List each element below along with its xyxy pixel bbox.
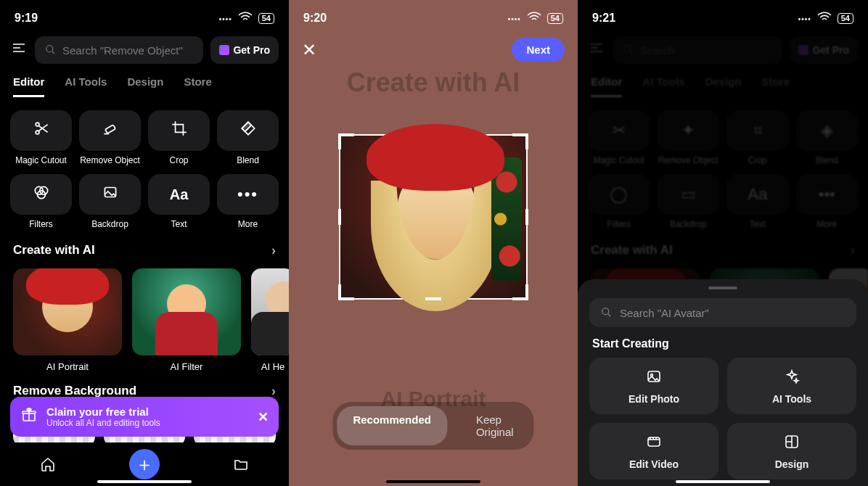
- get-pro-label: Get Pro: [233, 44, 270, 56]
- home-indicator[interactable]: [386, 480, 480, 483]
- seg-recommended[interactable]: Recommended: [337, 406, 447, 445]
- svg-point-11: [602, 308, 609, 314]
- seg-keep-original[interactable]: Keep Original: [460, 406, 530, 445]
- card-label: AI Tools: [772, 393, 811, 405]
- trial-banner[interactable]: Claim your free trial Unlock all AI and …: [10, 397, 279, 437]
- sheet-search-input[interactable]: Search "AI Avatar": [589, 298, 856, 327]
- home-indicator[interactable]: [676, 480, 770, 483]
- card-edit-photo[interactable]: Edit Photo: [589, 358, 718, 414]
- tool-backdrop[interactable]: Backdrop: [79, 174, 141, 229]
- crop-handle[interactable]: [338, 133, 341, 149]
- status-bar: 9:21 54: [578, 0, 868, 29]
- tab-ai-tools[interactable]: AI Tools: [65, 75, 107, 97]
- crop-handle[interactable]: [338, 209, 341, 225]
- cell-dots-icon: [508, 13, 521, 24]
- crop-mode-segment: Recommended Keep Original: [332, 402, 533, 450]
- thumbnail: [132, 268, 241, 355]
- chevron-right-icon: ›: [271, 243, 276, 258]
- status-right: 54: [219, 9, 274, 28]
- home-indicator[interactable]: [97, 480, 192, 483]
- card-label: AI Filter: [132, 361, 241, 372]
- tool-magic-cutout[interactable]: Magic Cutout: [10, 110, 72, 165]
- crop-icon: [170, 119, 189, 142]
- tool-blend[interactable]: Blend: [217, 110, 279, 165]
- create-ai-header[interactable]: Create with AI ›: [0, 237, 289, 264]
- tool-label: Magic Cutout: [10, 155, 72, 165]
- sheet-title: Start Creating: [592, 337, 853, 350]
- wifi-icon: [525, 9, 543, 28]
- wifi-icon: [237, 9, 254, 28]
- sparkle-icon: [783, 368, 801, 389]
- close-icon[interactable]: ✕: [258, 409, 269, 425]
- card-edit-video[interactable]: Edit Video: [589, 423, 718, 479]
- crop-handle[interactable]: [425, 133, 441, 136]
- crop-handle[interactable]: [525, 284, 528, 300]
- tab-design[interactable]: Design: [127, 75, 163, 97]
- sheet-search-placeholder: Search "AI Avatar": [620, 307, 709, 319]
- card-label: AI He: [251, 361, 289, 372]
- ghost-heading: Create with AI: [289, 67, 578, 98]
- tool-more[interactable]: ••• More: [217, 174, 279, 229]
- banner-subtitle: Unlock all AI and editing tools: [46, 418, 249, 428]
- card-label: Edit Photo: [629, 393, 679, 405]
- tab-editor[interactable]: Editor: [13, 75, 44, 97]
- nav-add[interactable]: ＋: [129, 449, 160, 479]
- tool-crop[interactable]: Crop: [148, 110, 210, 165]
- tool-text[interactable]: Aa Text: [148, 174, 210, 229]
- crop-handle[interactable]: [525, 209, 528, 225]
- section-title: Create with AI: [13, 243, 95, 258]
- svg-point-2: [36, 131, 39, 134]
- crop-handle[interactable]: [338, 284, 341, 300]
- menu-icon[interactable]: [10, 39, 28, 61]
- filters-icon: [32, 183, 51, 206]
- tool-label: Crop: [148, 155, 210, 165]
- tool-filters[interactable]: Filters: [10, 174, 72, 229]
- crop-handle[interactable]: [525, 133, 528, 149]
- edit-photo-icon: [645, 368, 663, 389]
- battery-icon: 54: [258, 13, 274, 24]
- text-icon: Aa: [170, 186, 189, 203]
- nav-folder[interactable]: [226, 450, 255, 479]
- search-input[interactable]: Search "Remove Object": [35, 36, 203, 64]
- crop-handle[interactable]: [425, 297, 441, 300]
- card-ai-filter[interactable]: AI Filter: [132, 268, 241, 372]
- crop-frame[interactable]: [339, 134, 528, 300]
- cell-dots-icon: [219, 13, 232, 24]
- chevron-right-icon: ›: [271, 384, 276, 399]
- close-icon[interactable]: ✕: [302, 40, 316, 60]
- status-right: 54: [508, 9, 563, 28]
- tab-store[interactable]: Store: [184, 75, 211, 97]
- status-bar: 9:20 54: [289, 0, 578, 29]
- card-label: Design: [775, 458, 809, 470]
- card-design[interactable]: Design: [727, 423, 856, 479]
- svg-rect-3: [105, 125, 115, 133]
- svg-point-0: [46, 45, 53, 52]
- sheet-grabber[interactable]: [708, 287, 737, 289]
- banner-title: Claim your free trial: [46, 405, 249, 418]
- status-right: 54: [798, 9, 853, 28]
- video-icon: [645, 433, 663, 454]
- search-icon: [44, 43, 57, 58]
- status-time: 9:21: [592, 12, 615, 25]
- card-ai-tools[interactable]: AI Tools: [727, 358, 856, 414]
- thumbnail: [251, 268, 289, 355]
- tool-remove-object[interactable]: Remove Object: [79, 110, 141, 165]
- layout-icon: [783, 433, 801, 454]
- tool-label: More: [217, 219, 279, 229]
- eraser-icon: [101, 119, 120, 142]
- search-icon: [599, 305, 613, 321]
- wand-icon: [219, 45, 229, 55]
- start-creating-sheet: Search "AI Avatar" Start Creating Edit P…: [578, 279, 868, 486]
- bottom-nav: ＋: [0, 442, 289, 486]
- card-ai-headshot[interactable]: AI He: [251, 268, 289, 372]
- tool-label: Text: [148, 219, 210, 229]
- card-label: AI Portrait: [13, 361, 122, 372]
- card-ai-portrait[interactable]: AI Portrait: [13, 268, 122, 372]
- nav-home[interactable]: [33, 450, 62, 479]
- next-button[interactable]: Next: [512, 38, 565, 62]
- wifi-icon: [816, 9, 833, 28]
- svg-point-10: [624, 45, 631, 52]
- scissors-icon: [32, 119, 51, 142]
- image-content: [491, 157, 522, 281]
- get-pro-button[interactable]: Get Pro: [210, 36, 279, 64]
